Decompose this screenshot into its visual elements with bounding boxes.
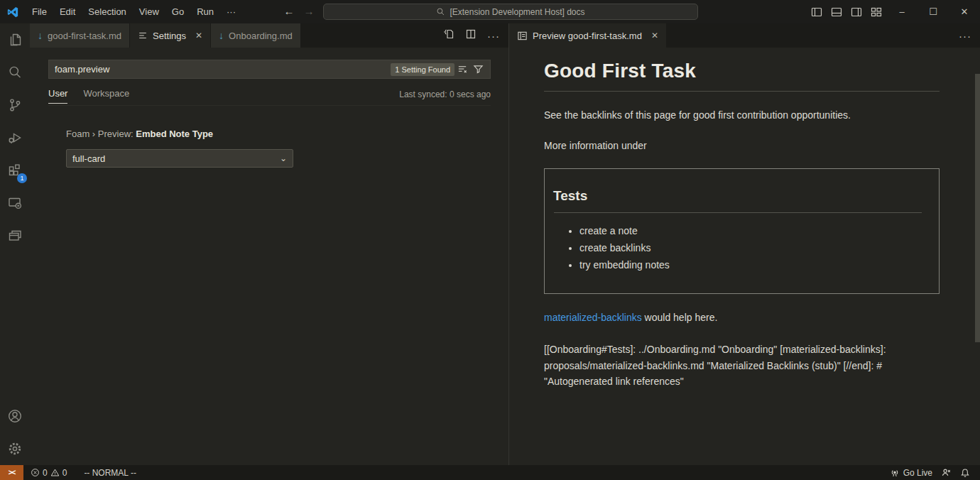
close-button[interactable]: ✕ <box>949 0 980 23</box>
settings-search-box[interactable]: 1 Setting Found <box>48 60 491 79</box>
clear-filters-icon[interactable] <box>454 62 470 77</box>
activity-explorer[interactable] <box>0 23 30 56</box>
search-icon <box>436 7 445 16</box>
go-live-label: Go Live <box>903 468 932 478</box>
accounts-button[interactable] <box>0 400 30 432</box>
warning-icon <box>50 468 60 477</box>
preview-paragraph-2: More information under <box>544 138 940 153</box>
preview-scrollbar-thumb[interactable] <box>975 74 980 342</box>
menu-view[interactable]: View <box>133 0 165 23</box>
extensions-badge: 1 <box>17 173 27 183</box>
settings-tab-icon <box>138 31 148 40</box>
settings-editor: 1 Setting Found User Workspace Last sync… <box>30 48 508 465</box>
sync-status: Last synced: 0 secs ago <box>399 89 491 102</box>
embed-list: create a note create backlinks try embed… <box>553 225 929 271</box>
broadcast-icon <box>890 468 900 478</box>
filter-icon[interactable] <box>470 62 486 77</box>
open-settings-json-icon[interactable] <box>443 28 454 43</box>
more-actions-icon[interactable]: ··· <box>959 30 971 42</box>
markdown-file-icon: ↓ <box>38 31 43 40</box>
menu-selection[interactable]: Selection <box>82 0 132 23</box>
tab-settings[interactable]: Settings ✕ <box>130 23 211 48</box>
menu-go[interactable]: Go <box>165 0 190 23</box>
close-tab-icon[interactable]: ✕ <box>651 31 658 40</box>
activity-run-debug[interactable] <box>0 121 30 154</box>
activity-search[interactable] <box>0 56 30 89</box>
live-share-button[interactable] <box>937 465 956 480</box>
left-tab-bar: ↓ good-first-task.md Settings ✕ ↓ Onboar… <box>30 23 508 48</box>
activity-bar: 1 <box>0 23 30 465</box>
markdown-file-icon: ↓ <box>219 31 224 40</box>
scope-tab-user[interactable]: User <box>48 88 67 104</box>
manage-button[interactable] <box>0 432 30 465</box>
divider <box>554 212 922 213</box>
toggle-sidebar-icon[interactable] <box>807 0 827 23</box>
search-icon <box>6 64 23 81</box>
vim-mode-indicator[interactable]: -- NORMAL -- <box>80 465 140 480</box>
minimize-button[interactable]: – <box>886 0 918 23</box>
settings-scope-tabs: User Workspace Last synced: 0 secs ago <box>48 86 491 106</box>
vscode-window: File Edit Selection View Go Run ··· ← → … <box>0 0 980 480</box>
activity-live-preview[interactable] <box>0 219 30 252</box>
gear-icon <box>6 440 23 457</box>
close-tab-icon[interactable]: ✕ <box>195 31 202 40</box>
link-suffix: would help here. <box>642 312 718 323</box>
browser-windows-icon <box>6 227 23 244</box>
problems-status[interactable]: 0 0 <box>27 465 70 480</box>
list-item: try embedding notes <box>579 259 929 271</box>
command-center-label: [Extension Development Host] docs <box>450 7 584 17</box>
split-editor-icon[interactable] <box>465 28 477 43</box>
warning-count: 0 <box>62 468 67 478</box>
remote-indicator[interactable]: >< <box>0 465 23 480</box>
customize-layout-icon[interactable] <box>866 0 886 23</box>
menu-edit[interactable]: Edit <box>53 0 82 23</box>
menu-more[interactable]: ··· <box>220 0 242 23</box>
error-count: 0 <box>43 468 48 478</box>
menu-file[interactable]: File <box>26 0 53 23</box>
nav-back-icon[interactable]: ← <box>280 0 298 23</box>
preview-title: Good First Task <box>544 60 940 82</box>
notifications-button[interactable] <box>956 465 974 480</box>
activity-source-control[interactable] <box>0 89 30 121</box>
tab-label: Settings <box>153 31 186 41</box>
vscode-logo-icon <box>6 6 19 18</box>
toggle-secondary-sidebar-icon[interactable] <box>846 0 866 23</box>
maximize-button[interactable]: ☐ <box>918 0 949 23</box>
preview-link-paragraph: materialized-backlinks would help here. <box>544 310 940 324</box>
activity-remote-explorer[interactable] <box>0 187 30 219</box>
files-icon <box>6 31 23 48</box>
remote-explorer-icon <box>6 195 23 212</box>
settings-found-badge: 1 Setting Found <box>391 63 454 76</box>
go-live-button[interactable]: Go Live <box>886 465 937 480</box>
divider <box>544 91 940 92</box>
materialized-backlinks-link[interactable]: materialized-backlinks <box>544 312 642 323</box>
account-icon <box>6 408 23 425</box>
scope-tab-workspace[interactable]: Workspace <box>83 88 129 103</box>
chevron-down-icon: ⌄ <box>280 153 287 163</box>
tab-label: Preview good-first-task.md <box>533 31 642 41</box>
tab-label: Onboarding.md <box>229 31 293 41</box>
tab-good-first-task[interactable]: ↓ good-first-task.md <box>30 23 130 48</box>
embed-note-type-select[interactable]: full-card ⌄ <box>66 149 293 168</box>
live-share-icon <box>941 467 952 478</box>
more-actions-icon[interactable]: ··· <box>487 30 500 42</box>
nav-forward-icon[interactable]: → <box>300 0 318 23</box>
dropdown-value: full-card <box>72 153 105 164</box>
tab-onboarding[interactable]: ↓ Onboarding.md <box>211 23 301 48</box>
markdown-preview: Good First Task See the backlinks of thi… <box>509 48 980 465</box>
setting-category: Foam › Preview: <box>66 129 136 139</box>
command-center[interactable]: [Extension Development Host] docs <box>323 4 698 20</box>
list-item: create a note <box>579 225 929 236</box>
link-references-text: [[Onboarding#Tests]: ../Onboarding.md "O… <box>544 342 940 390</box>
preview-paragraph-1: See the backlinks of this page for good … <box>544 108 940 122</box>
toggle-panel-icon[interactable] <box>827 0 846 23</box>
settings-search-input[interactable] <box>55 64 391 75</box>
setting-embed-note-type: Foam › Preview: Embed Note Type full-car… <box>66 129 508 168</box>
title-bar: File Edit Selection View Go Run ··· ← → … <box>0 0 980 23</box>
menu-run[interactable]: Run <box>190 0 220 23</box>
activity-extensions[interactable]: 1 <box>0 154 30 187</box>
preview-icon <box>517 31 528 41</box>
tab-preview[interactable]: Preview good-first-task.md ✕ <box>509 23 667 48</box>
right-tab-bar: Preview good-first-task.md ✕ ··· <box>509 23 980 48</box>
embedded-note-card: Tests create a note create backlinks try… <box>544 168 940 294</box>
